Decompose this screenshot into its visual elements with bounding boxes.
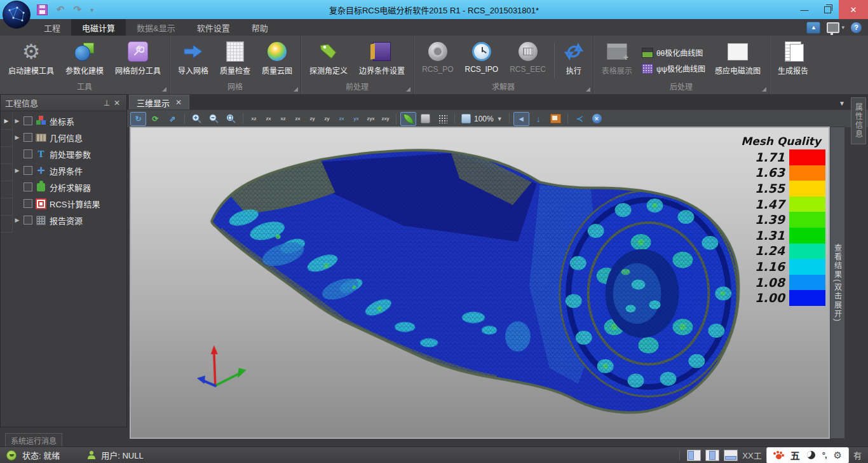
display-style-icon[interactable]	[827, 22, 839, 33]
ime-fullhalf-icon[interactable]	[807, 451, 815, 459]
tab-project[interactable]: 工程	[33, 19, 71, 36]
psi-polarization-plot-button[interactable]: ψψ极化曲线图	[642, 63, 705, 74]
tab-em-compute[interactable]: 电磁计算	[71, 19, 126, 36]
tree-item-coordinate-system[interactable]: ▶ 坐标系	[13, 113, 126, 129]
tab-help[interactable]: 帮助	[241, 19, 279, 36]
group-launcher-icon[interactable]	[762, 87, 766, 92]
viewport-3d-canvas[interactable]: Mesh Quality 1.71 1.63 1.55 1.47 1.39 1.…	[130, 127, 830, 439]
close-icon[interactable]: ✕	[112, 98, 122, 108]
layout-left-panel-button[interactable]	[687, 450, 701, 461]
mesh-quality-legend: Mesh Quality 1.71 1.63 1.55 1.47 1.39 1.…	[736, 135, 825, 306]
view-button-3[interactable]: xz	[276, 112, 290, 126]
window-capture-button[interactable]	[548, 112, 564, 126]
ime-logo-icon[interactable]	[773, 451, 783, 460]
group-launcher-icon[interactable]	[586, 87, 590, 92]
tree-item-preprocess-params[interactable]: T 前处理参数	[13, 146, 126, 162]
zoom-level-dropdown[interactable]: 100% ▼	[459, 114, 505, 123]
expand-icon[interactable]: ▶	[14, 217, 20, 223]
probe-angle-button[interactable]: 探测角定义	[304, 39, 353, 82]
app-logo-icon[interactable]	[3, 1, 31, 29]
pan-tool-button[interactable]: ⇗	[165, 112, 180, 126]
building-icon	[36, 215, 46, 226]
group-launcher-icon[interactable]	[294, 87, 298, 92]
layout-bottom-panel-button[interactable]	[724, 450, 738, 461]
tree-item-geometry-info[interactable]: ▶ 几何信息	[13, 129, 126, 146]
checkbox[interactable]	[24, 166, 32, 175]
view-button-5[interactable]: zy	[306, 112, 319, 126]
view-button-4[interactable]: zx	[291, 112, 304, 126]
flow-tool-button[interactable]: ≺	[572, 112, 588, 126]
select-tool-button[interactable]: ◄	[513, 112, 529, 126]
view-button-8[interactable]: yx	[349, 112, 363, 126]
checkbox[interactable]	[24, 133, 32, 142]
restore-button[interactable]	[816, 0, 839, 19]
checkbox[interactable]	[24, 199, 32, 208]
quality-check-button[interactable]: 质量检查	[214, 39, 256, 82]
collapse-ribbon-button[interactable]: ▲	[806, 22, 820, 34]
group-launcher-icon[interactable]	[406, 87, 410, 92]
expand-icon[interactable]: ▶	[14, 134, 20, 141]
view-button-10[interactable]: zxy	[379, 112, 392, 126]
launch-modeling-tool-button[interactable]: ⚙ 启动建模工具	[3, 39, 60, 82]
mesh-partition-tool-button[interactable]: 网格剖分工具	[109, 39, 166, 82]
blue-x-icon: ✕	[592, 114, 602, 123]
ime-mode-button[interactable]: 五	[790, 448, 800, 462]
ribbon-utilities: ▲ ▾ ?	[806, 19, 868, 36]
group-launcher-icon[interactable]	[162, 87, 166, 92]
close-tab-icon[interactable]: ✕	[175, 98, 182, 107]
induced-current-map-button[interactable]: 感应电磁流图	[709, 39, 766, 82]
tree-item-solver[interactable]: 分析求解器	[13, 179, 126, 195]
tree-item-report-resources[interactable]: ▶ 报告资源	[13, 212, 126, 228]
view-button-9[interactable]: zyx	[364, 112, 377, 126]
tree-item-boundary-conditions[interactable]: ▶ ✛ 边界条件	[13, 162, 126, 179]
shaded-render-button[interactable]	[400, 112, 416, 126]
zoom-fit-button[interactable]	[223, 112, 239, 126]
minimize-button[interactable]: —	[793, 0, 816, 19]
view-button-7[interactable]: zx	[335, 112, 348, 126]
tree-item-rcs-results[interactable]: RCS计算结果	[13, 195, 126, 212]
rotate-tool-button[interactable]: ↻	[130, 112, 146, 126]
rcs-po-button[interactable]: RCS_PO	[416, 39, 459, 82]
view-button-1[interactable]: xz	[247, 112, 261, 126]
expand-icon[interactable]: ▶	[14, 118, 20, 124]
drop-down-tool-button[interactable]: ↓	[531, 112, 546, 126]
zoom-out-button[interactable]	[206, 112, 222, 126]
parametric-modeling-button[interactable]: 参数化建模	[60, 39, 109, 82]
view-button-2[interactable]: zx	[262, 112, 275, 126]
boundary-settings-button[interactable]: 边界条件设置	[353, 39, 410, 82]
rcs-ipo-button[interactable]: RCS_IPO	[459, 39, 504, 82]
cancel-tool-button[interactable]: ✕	[589, 112, 605, 126]
import-mesh-button[interactable]: 导入网格	[172, 39, 214, 82]
tab-data-display[interactable]: 数据&显示	[126, 19, 186, 36]
results-panel-collapsed-strip[interactable]: 查看结果(双击展开)	[830, 127, 845, 439]
ime-punctuation-button[interactable]: °,	[822, 450, 827, 460]
orbit-tool-button[interactable]: ⟳	[147, 112, 163, 126]
view-button-6[interactable]: zy	[320, 112, 334, 126]
quality-cloud-button[interactable]: 质量云图	[256, 39, 298, 82]
display-style-dropdown-icon[interactable]: ▾	[841, 24, 844, 31]
leaf-icon	[403, 114, 414, 124]
expand-icon[interactable]: ▶	[14, 167, 20, 174]
checkbox[interactable]	[24, 183, 32, 191]
execute-button[interactable]: 执行	[557, 39, 590, 82]
layout-center-panel-button[interactable]	[705, 450, 719, 461]
zoom-in-button[interactable]	[189, 112, 205, 126]
table-display-button[interactable]: 表格展示	[596, 39, 638, 82]
pin-icon[interactable]: ⊥	[102, 98, 112, 108]
help-icon[interactable]: ?	[851, 22, 862, 33]
checkbox[interactable]	[24, 216, 32, 225]
close-button[interactable]: ✕	[839, 0, 868, 19]
system-messages-tab[interactable]: 系统运行消息	[5, 433, 62, 447]
tab-settings[interactable]: 软件设置	[186, 19, 241, 36]
checkbox[interactable]	[24, 149, 32, 158]
tab-list-dropdown-icon[interactable]: ▼	[839, 100, 845, 109]
tab-3d-display[interactable]: 三维显示 ✕	[129, 95, 189, 109]
generate-report-button[interactable]: 生成报告	[772, 39, 814, 82]
checkbox[interactable]	[24, 116, 32, 125]
rcs-eec-button[interactable]: RCS_EEC	[504, 39, 552, 82]
theta-polarization-plot-button[interactable]: θθ极化曲线图	[642, 47, 705, 58]
points-render-button[interactable]	[435, 112, 451, 126]
flat-render-button[interactable]	[417, 112, 433, 126]
properties-panel-tab[interactable]: 属性信息	[851, 97, 866, 144]
ime-settings-icon[interactable]: ⚙	[834, 450, 842, 460]
